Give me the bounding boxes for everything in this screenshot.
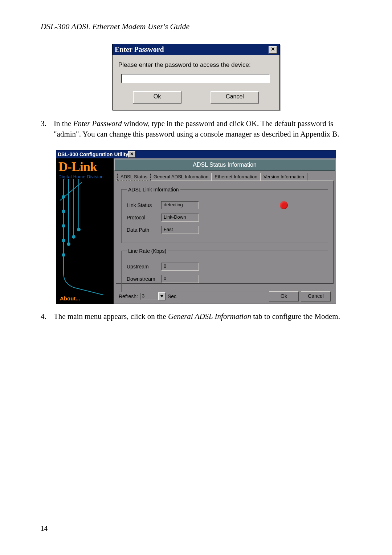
svg-point-1 bbox=[72, 235, 75, 238]
svg-point-4 bbox=[62, 210, 65, 213]
text-fragment: The main menu appears, click on the bbox=[54, 312, 168, 321]
status-indicator-icon bbox=[280, 201, 288, 209]
about-link[interactable]: About... bbox=[60, 295, 80, 301]
tab-general-adsl-info[interactable]: General ADSL Information bbox=[150, 173, 212, 181]
tabs: ADSL Status General ADSL Information Eth… bbox=[114, 171, 336, 181]
text-fragment: In the bbox=[54, 119, 73, 128]
link-status-label: Link Status bbox=[127, 202, 161, 208]
protocol-label: Protocol bbox=[127, 215, 161, 220]
close-icon[interactable]: ✕ bbox=[128, 151, 135, 158]
refresh-label: Refresh: bbox=[119, 293, 138, 299]
dialog-title: Enter Password bbox=[115, 45, 164, 54]
util-title: DSL-300 Configuration Utility bbox=[58, 151, 128, 157]
sidebar: D-Link Digital Home Division bbox=[56, 158, 114, 304]
refresh-select[interactable]: 3 bbox=[140, 292, 166, 300]
list-number: 4. bbox=[41, 311, 54, 322]
tab-ethernet-info[interactable]: Ethernet Information bbox=[211, 173, 261, 181]
tab-pane: ADSL Link Information Link Status detect… bbox=[116, 181, 334, 284]
line-rate-group: Line Rate (Kbps) Upstream 0 Downstream 0 bbox=[121, 248, 328, 292]
downstream-label: Downstream bbox=[127, 276, 161, 282]
svg-point-6 bbox=[62, 239, 65, 242]
list-number: 3. bbox=[41, 118, 54, 140]
chevron-down-icon[interactable] bbox=[158, 292, 166, 300]
ok-button[interactable]: Ok bbox=[269, 291, 299, 301]
config-utility-window: DSL-300 Configuration Utility ✕ D-Link D… bbox=[56, 150, 336, 304]
upstream-label: Upstream bbox=[127, 264, 161, 270]
adsl-link-info-group: ADSL Link Information Link Status detect… bbox=[121, 187, 328, 243]
svg-point-2 bbox=[77, 228, 80, 231]
brand-logo: D-Link bbox=[56, 158, 114, 174]
upstream-value: 0 bbox=[161, 263, 199, 271]
cancel-button[interactable]: Cancel bbox=[301, 291, 331, 301]
text-emph: General ADSL Information bbox=[168, 312, 251, 321]
page-number: 14 bbox=[41, 524, 48, 532]
document-header: DSL-300 ADSL Ethernet Modem User's Guide bbox=[41, 22, 351, 33]
enter-password-dialog: Enter Password ✕ Please enter the passwo… bbox=[112, 44, 280, 110]
cancel-button[interactable]: Cancel bbox=[211, 91, 259, 104]
close-icon[interactable]: ✕ bbox=[269, 46, 277, 54]
password-input[interactable] bbox=[121, 74, 270, 83]
data-path-value: Fast bbox=[161, 226, 199, 234]
refresh-unit: Sec bbox=[168, 293, 176, 299]
tab-version-info[interactable]: Version Information bbox=[260, 173, 307, 181]
password-prompt: Please enter the password to access the … bbox=[118, 61, 274, 69]
data-path-label: Data Path bbox=[127, 227, 161, 233]
step-4-text: 4. The main menu appears, click on the G… bbox=[41, 311, 351, 322]
main-panel: ADSL Status Information ADSL Status Gene… bbox=[114, 158, 336, 304]
svg-point-0 bbox=[67, 243, 70, 246]
util-titlebar: DSL-300 Configuration Utility ✕ bbox=[56, 150, 336, 158]
panel-title: ADSL Status Information bbox=[114, 159, 335, 171]
circuit-art-icon bbox=[56, 179, 114, 295]
bottom-bar: Refresh: 3 Sec Ok Cancel bbox=[116, 291, 334, 301]
downstream-value: 0 bbox=[161, 275, 199, 283]
text-emph: Enter Password bbox=[73, 119, 122, 128]
link-status-value: detecting bbox=[161, 201, 199, 209]
group-legend: ADSL Link Information bbox=[127, 187, 180, 193]
ok-button[interactable]: Ok bbox=[133, 91, 181, 104]
svg-point-3 bbox=[62, 195, 65, 198]
text-fragment: tab to configure the Modem. bbox=[251, 312, 340, 321]
refresh-value[interactable]: 3 bbox=[140, 293, 158, 300]
tab-adsl-status[interactable]: ADSL Status bbox=[117, 173, 151, 181]
step-3-text: 3. In the Enter Password window, type in… bbox=[41, 118, 351, 140]
dialog-titlebar: Enter Password ✕ bbox=[113, 44, 279, 55]
group-legend: Line Rate (Kbps) bbox=[127, 248, 168, 254]
svg-point-7 bbox=[62, 254, 65, 256]
protocol-value: Link-Down bbox=[161, 214, 199, 222]
svg-point-5 bbox=[62, 224, 65, 227]
